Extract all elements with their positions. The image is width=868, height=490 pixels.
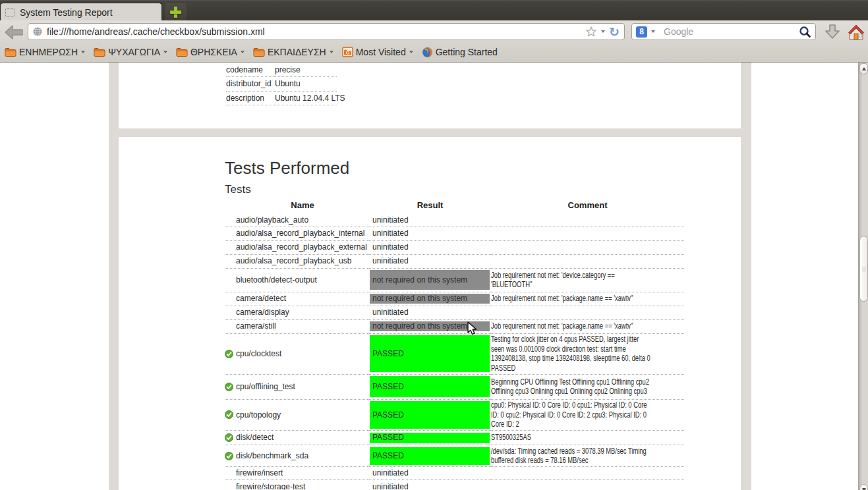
scroll-down-button[interactable] (859, 484, 868, 490)
test-result-cell: uninitiated (369, 467, 491, 480)
test-comment-cell (491, 240, 684, 254)
system-info-table: codenameprecisedistributor_idUbuntudescr… (226, 63, 337, 105)
test-name-cell: bluetooth/detect-output (225, 268, 369, 292)
test-name: audio/alsa_record_playback_internal (236, 229, 364, 238)
bookmark-label: ΕΚΠΑΙΔΕΥΣΗ (268, 47, 326, 57)
section-title: Tests Performed (225, 158, 741, 178)
test-comment-cell (491, 213, 684, 227)
test-result-cell: uninitiated (369, 254, 491, 268)
test-row: cpu/offlining_testPASSEDBeginning CPU Of… (225, 374, 684, 399)
bookmark-item-1[interactable]: ΕΝΗΜΕΡΩΣΗ (5, 47, 85, 57)
bookmark-item-5[interactable]: Most Visited (342, 47, 413, 57)
test-name: camera/still (236, 321, 276, 331)
scroll-up-icon (862, 67, 866, 70)
test-comment-cell: Job requirement not met: 'package.name =… (491, 292, 684, 306)
test-comment-cell: ST9500325AS (491, 431, 684, 445)
result-value: PASSED (370, 335, 490, 372)
subsection-title: Tests (225, 183, 741, 196)
search-placeholder[interactable]: Google (664, 26, 799, 37)
test-name-cell: firewire/insert (225, 467, 369, 480)
test-comment-cell (491, 254, 684, 268)
test-name-cell: cpu/topology (225, 399, 369, 431)
test-comment-cell: Job requirement not met: 'package.name =… (491, 319, 684, 333)
bookmark-dropdown-icon (330, 51, 333, 53)
bookmark-item-4[interactable]: ΕΚΠΑΙΔΕΥΣΗ (253, 47, 333, 57)
test-comment: ST9500325AS (491, 433, 684, 443)
result-value: uninitiated (369, 308, 491, 317)
bookmarks-toolbar: ΕΝΗΜΕΡΩΣΗΨΥΧΑΓΩΓΙΑΘΡΗΣΚΕΙΑΕΚΠΑΙΔΕΥΣΗMost… (0, 42, 868, 62)
test-result-cell: uninitiated (369, 480, 491, 490)
search-magnifier-icon[interactable] (799, 26, 811, 38)
bookmark-label: ΘΡΗΣΚΕΙΑ (190, 47, 237, 57)
bookmark-item-6[interactable]: Getting Started (422, 47, 498, 58)
bookmark-star-icon[interactable] (585, 26, 597, 38)
test-comment-cell: Job requirement not met: 'device.categor… (491, 268, 684, 292)
scroll-up-button[interactable] (859, 63, 868, 74)
system-info-value: Ubuntu 12.04.4 LTS (275, 91, 337, 105)
result-value: uninitiated (369, 256, 491, 266)
url-dropdown-icon[interactable] (601, 30, 605, 33)
bookmark-item-2[interactable]: ΨΥΧΑΓΩΓΙΑ (94, 47, 167, 57)
download-icon[interactable] (824, 23, 841, 40)
test-comment-cell: Beginning CPU Offlining Test Offlining c… (491, 374, 684, 399)
test-comment: Job requirement not met: 'device.categor… (491, 271, 684, 290)
test-name: cpu/topology (236, 410, 281, 420)
test-result-cell: PASSED (369, 333, 491, 374)
test-result-cell: not required on this system (369, 268, 491, 292)
test-row: camera/displayuninitiated (225, 306, 684, 319)
test-comment: cpu0: Physical ID: 0 Core ID: 0 cpu1: Ph… (491, 400, 684, 429)
bookmark-item-3[interactable]: ΘΡΗΣΚΕΙΑ (176, 47, 245, 57)
tests-performed-section: Tests Performed Tests NameResultComment … (119, 137, 741, 490)
test-row: firewire/storage-testuninitiated (225, 480, 684, 490)
test-row: bluetooth/detect-outputnot required on t… (225, 268, 684, 292)
system-info-row: codenameprecise (226, 63, 337, 77)
most-visited-icon (342, 47, 353, 57)
test-name-cell: audio/playback_auto (225, 213, 369, 227)
test-row: firewire/insertuninitiated (225, 467, 684, 480)
test-row: cpu/clocktestPASSEDTesting for clock jit… (225, 333, 684, 374)
system-info-value: Ubuntu (275, 77, 337, 92)
test-name: audio/playback_auto (236, 215, 308, 225)
scrollbar-thumb[interactable] (859, 236, 868, 302)
passed-check-icon (225, 410, 233, 419)
test-name-cell: audio/alsa_record_playback_external (225, 240, 369, 254)
test-result-cell: uninitiated (369, 227, 491, 240)
tab-favicon-placeholder-icon (5, 8, 14, 17)
test-name: firewire/storage-test (236, 482, 305, 490)
system-info-row: distributor_idUbuntu (226, 77, 337, 92)
test-name: camera/display (236, 308, 289, 317)
test-name: cpu/offlining_test (236, 382, 295, 391)
search-engine-dropdown-icon[interactable] (651, 30, 655, 33)
home-icon[interactable] (848, 24, 865, 40)
test-row: camera/detectnot required on this system… (225, 292, 684, 306)
passed-check-icon (225, 433, 233, 442)
tests-table: NameResultComment audio/playback_autouni… (225, 199, 684, 490)
result-value: not required on this system (370, 270, 490, 290)
test-name-cell: cpu/offlining_test (225, 374, 369, 399)
back-button[interactable] (4, 24, 24, 40)
vertical-scrollbar[interactable] (858, 63, 868, 490)
test-name: firewire/insert (236, 468, 283, 477)
bookmark-dropdown-icon (81, 51, 85, 53)
tab-system-testing-report[interactable]: System Testing Report (0, 3, 162, 21)
result-value: uninitiated (369, 242, 491, 252)
passed-check-icon (225, 452, 233, 460)
system-info-label: description (226, 91, 275, 105)
system-info-row: descriptionUbuntu 12.04.4 LTS (226, 91, 337, 105)
test-name-cell: camera/detect (225, 292, 369, 306)
test-comment: Job requirement not met: 'package.name =… (491, 321, 684, 331)
test-row: camera/stillnot required on this systemJ… (225, 319, 684, 333)
test-name: cpu/clocktest (236, 349, 281, 358)
reload-icon[interactable]: ↻ (609, 26, 620, 38)
passed-check-icon (225, 383, 233, 391)
search-bar[interactable]: 8 Google (631, 23, 816, 40)
url-bar[interactable]: file:///home/andreas/.cache/checkbox/sub… (28, 23, 625, 40)
google-favicon: 8 (636, 26, 647, 38)
test-result-cell: uninitiated (369, 213, 491, 227)
tab-title: System Testing Report (20, 7, 113, 18)
url-text[interactable]: file:///home/andreas/.cache/checkbox/sub… (47, 26, 585, 37)
system-info-label: codename (226, 63, 275, 77)
test-row: audio/playback_autouninitiated (225, 213, 684, 227)
test-name-cell: disk/detect (225, 431, 369, 445)
new-tab-button[interactable] (165, 3, 187, 21)
